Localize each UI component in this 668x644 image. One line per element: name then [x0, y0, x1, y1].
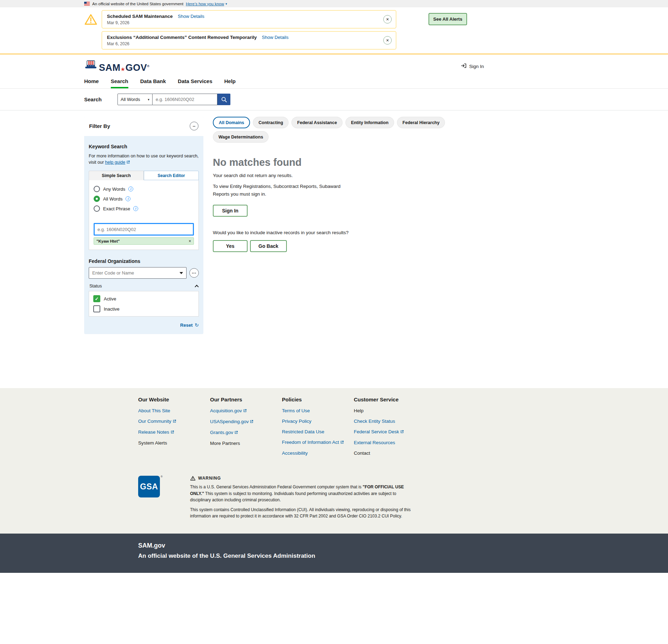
yes-button[interactable]: Yes	[213, 240, 248, 252]
alerts-section: Scheduled SAM Maintenance Show Details M…	[0, 7, 668, 54]
show-details-link[interactable]: Show Details	[262, 35, 289, 40]
close-icon[interactable]: ×	[383, 15, 392, 23]
footer-link-release-notes[interactable]: Release Notes	[138, 429, 210, 435]
active-checkbox[interactable]: ✓	[93, 295, 100, 302]
search-input[interactable]	[153, 94, 217, 105]
chevron-down-icon: ▾	[225, 2, 227, 6]
search-icon	[221, 96, 227, 103]
domain-tab-federal-hierarchy[interactable]: Federal Hierarchy	[397, 117, 445, 128]
alert-date: Mar 6, 2026	[107, 41, 379, 46]
nav-item-search[interactable]: Search	[111, 78, 128, 88]
logo-star-icon: ★	[121, 67, 125, 72]
close-icon[interactable]: ×	[383, 36, 392, 45]
warning-triangle-icon	[190, 476, 196, 481]
exact-phrase-radio[interactable]	[94, 205, 100, 212]
footer-link-contact[interactable]: Contact	[354, 450, 426, 456]
sign-in-button[interactable]: Sign In	[213, 205, 248, 217]
help-guide-link[interactable]: help guide	[105, 160, 126, 165]
footer-column-customer-service: Customer Service Help Check Entity Statu…	[354, 396, 426, 461]
radio-row-all-words: All Words i	[94, 196, 194, 202]
info-icon[interactable]: i	[133, 206, 138, 211]
sign-in-link[interactable]: Sign In	[461, 63, 484, 70]
refresh-icon[interactable]: ↻	[195, 322, 199, 328]
warning-paragraph-1: This is a U.S. General Services Administ…	[190, 484, 416, 503]
footer-link-privacy-policy[interactable]: Privacy Policy	[282, 419, 354, 424]
sign-in-icon	[461, 63, 467, 70]
nav-item-help[interactable]: Help	[224, 78, 236, 88]
sam-gov-logo[interactable]: SAM★GOV®	[84, 60, 149, 73]
us-flag-icon	[84, 2, 90, 6]
no-results-message: Your search did not return any results.	[213, 173, 470, 178]
domain-tab-federal-assistance[interactable]: Federal Assistance	[291, 117, 342, 128]
go-back-button[interactable]: Go Back	[250, 240, 287, 252]
footer-link-more-partners[interactable]: More Partners	[210, 441, 282, 446]
footer-identity-bar: SAM.gov An official website of the U.S. …	[0, 534, 668, 573]
alert-maintenance: Scheduled SAM Maintenance Show Details M…	[102, 10, 396, 28]
federal-organizations-heading: Federal Organizations	[89, 258, 199, 264]
alert-title: Scheduled SAM Maintenance	[107, 14, 173, 19]
footer-link-acquisition-gov[interactable]: Acquisition.gov	[210, 408, 282, 414]
tab-search-editor[interactable]: Search Editor	[144, 171, 199, 180]
search-bar-section: Search All Words ▾	[0, 89, 668, 110]
see-all-alerts-button[interactable]: See All Alerts	[429, 13, 467, 25]
info-icon[interactable]: i	[128, 187, 133, 191]
show-details-link[interactable]: Show Details	[178, 14, 204, 19]
keyword-chip: "Kyaw Htet" ×	[94, 237, 194, 245]
ellipsis-icon[interactable]: ···	[189, 268, 199, 278]
no-matches-heading: No matches found	[213, 157, 470, 168]
gov-banner-text: An official website of the United States…	[92, 2, 183, 6]
footer-link-external-resources[interactable]: External Resources	[354, 440, 426, 445]
domain-tab-all-domains[interactable]: All Domains	[213, 117, 250, 128]
warning-title: WARNING	[198, 476, 221, 481]
external-link-icon	[170, 430, 174, 435]
footer-agency-line: An official website of the U.S. General …	[138, 553, 668, 560]
nav-item-data-services[interactable]: Data Services	[178, 78, 212, 88]
federal-organizations-select[interactable]: Enter Code or Name	[89, 267, 187, 279]
footer-link-usaspending-gov[interactable]: USASpending.gov	[210, 419, 282, 425]
footer-link-terms-of-use[interactable]: Terms of Use	[282, 408, 354, 413]
page: An official website of the United States…	[0, 0, 668, 573]
collapse-filters-button[interactable]: −	[190, 122, 198, 130]
footer-link-grants-gov[interactable]: Grants.gov	[210, 430, 282, 435]
footer-column-policies: Policies Terms of Use Privacy Policy Res…	[282, 396, 354, 461]
keyword-input[interactable]	[94, 223, 194, 236]
nav-item-home[interactable]: Home	[84, 78, 99, 88]
footer-link-foia[interactable]: Freedom of Information Act	[282, 440, 354, 445]
warning-block: WARNING This is a U.S. General Services …	[190, 476, 416, 520]
all-words-radio[interactable]	[94, 196, 100, 202]
nav-item-data-bank[interactable]: Data Bank	[140, 78, 166, 88]
footer-link-restricted-data-use[interactable]: Restricted Data Use	[282, 429, 354, 434]
keyword-search-heading: Keyword Search	[89, 144, 199, 149]
reset-filters-link[interactable]: Reset	[180, 323, 193, 328]
inactive-checkbox[interactable]	[93, 305, 100, 312]
footer-link-check-entity-status[interactable]: Check Entity Status	[354, 419, 426, 424]
site-header: SAM★GOV® Sign In Home Search Data Bank D…	[0, 54, 668, 89]
alert-row: Scheduled SAM Maintenance Show Details M…	[84, 10, 470, 28]
footer-link-system-alerts[interactable]: System Alerts	[138, 440, 210, 446]
sign-in-note: To view Entity Registrations, Subcontrac…	[213, 183, 357, 198]
footer-link-accessibility[interactable]: Accessibility	[282, 450, 354, 456]
domain-tab-entity-information[interactable]: Entity Information	[345, 117, 394, 128]
results-section: All Domains Contracting Federal Assistan…	[213, 117, 470, 252]
any-words-radio[interactable]	[94, 186, 100, 192]
warning-paragraph-2: This system contains Controlled Unclassi…	[190, 507, 416, 520]
gov-banner: An official website of the United States…	[0, 0, 668, 7]
filter-panel: Filter By − Keyword Search For more info…	[84, 117, 203, 334]
search-scope-select[interactable]: All Words ▾	[117, 94, 153, 105]
info-icon[interactable]: i	[126, 196, 130, 201]
inactive-records-question: Would you like to include inactive recor…	[213, 230, 470, 235]
domain-tab-contracting[interactable]: Contracting	[253, 117, 289, 128]
domain-tab-wage-determinations[interactable]: Wage Determinations	[213, 131, 269, 143]
footer-link-federal-service-desk[interactable]: Federal Service Desk	[354, 429, 426, 435]
chip-close-icon[interactable]: ×	[189, 239, 191, 244]
status-section-toggle[interactable]: Status	[89, 284, 199, 289]
chevron-up-icon	[195, 285, 198, 289]
footer-link-help[interactable]: Help	[354, 408, 426, 413]
how-you-know-link[interactable]: Here’s how you know	[186, 2, 224, 6]
gsa-logo: GSA ®	[138, 476, 160, 520]
footer-link-about-this-site[interactable]: About This Site	[138, 408, 210, 413]
external-link-icon	[243, 408, 247, 414]
tab-simple-search[interactable]: Simple Search	[89, 171, 144, 180]
search-button[interactable]	[217, 94, 230, 105]
footer-link-our-community[interactable]: Our Community	[138, 419, 210, 424]
